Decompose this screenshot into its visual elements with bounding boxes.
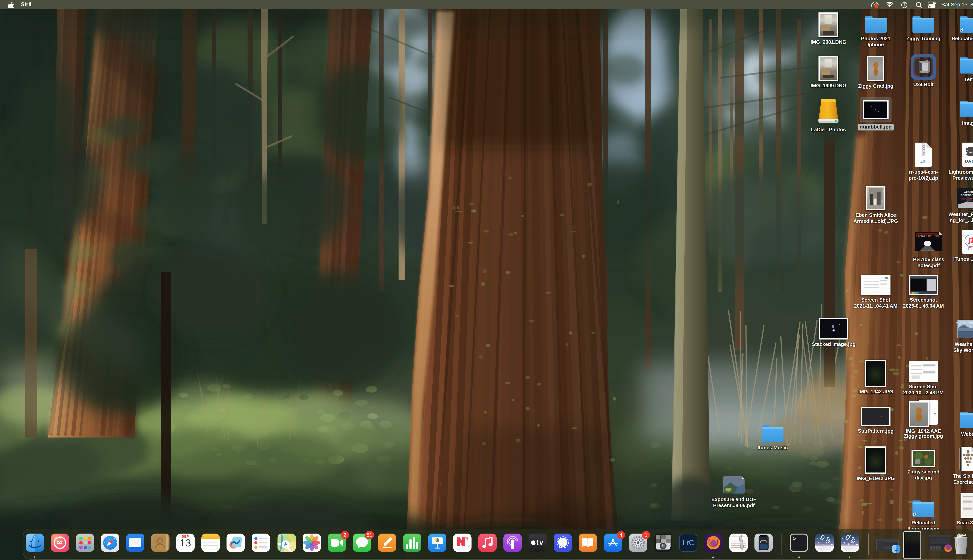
svg-text:ITL: ITL — [968, 247, 973, 251]
svg-text:FORECASTING: FORECASTING — [961, 194, 973, 197]
svg-text:PHOTOGRAPHY: PHOTOGRAPHY — [921, 250, 934, 252]
svg-text:WEATHER: WEATHER — [964, 190, 973, 193]
svg-text:DISCOVER THE LIGHT: DISCOVER THE LIGHT — [916, 235, 939, 237]
svg-text:Photography Planning: Weather: Photography Planning: Weather & — [956, 321, 973, 323]
svg-text:DATA: DATA — [965, 159, 973, 163]
svg-text:ZIP: ZIP — [920, 159, 926, 163]
